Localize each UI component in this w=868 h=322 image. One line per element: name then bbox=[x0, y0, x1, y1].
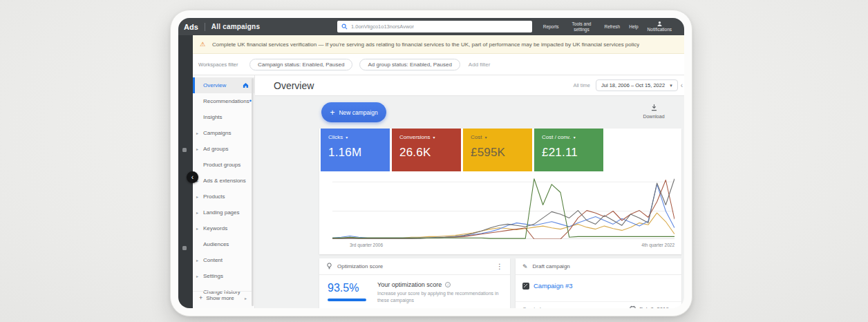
metric-label: Cost / conv. bbox=[542, 134, 603, 140]
performance-chart-card: Clicks1.16MConversions26.6KCost£595KCost… bbox=[319, 129, 681, 254]
sidebar-item-recommendations[interactable]: Recommendations bbox=[193, 93, 254, 109]
optimization-header-label: Optimization score bbox=[337, 263, 383, 269]
topbar-menu: ReportsTools and settingsRefreshHelpNoti… bbox=[543, 18, 672, 35]
expand-arrow-icon bbox=[196, 274, 198, 278]
sidebar-item-campaigns[interactable]: Campaigns bbox=[193, 125, 254, 141]
page-title: Overview bbox=[274, 80, 314, 91]
sidebar-item-landing-pages[interactable]: Landing pages bbox=[193, 205, 254, 220]
topbar-divider bbox=[205, 23, 205, 31]
sidebar-item-ads-extensions[interactable]: Ads & extensions bbox=[193, 173, 254, 189]
topbar-item-notifications[interactable]: Notifications bbox=[648, 21, 672, 32]
created-date: Feb 8, 2019 bbox=[630, 305, 669, 308]
expand-arrow-icon bbox=[196, 210, 198, 215]
sidebar-item-label: Keywords bbox=[203, 225, 227, 231]
date-range-selector[interactable]: Jul 18, 2006 – Oct 15, 2022 bbox=[596, 79, 678, 91]
calendar-icon bbox=[630, 305, 636, 308]
caret-down-icon bbox=[574, 135, 576, 140]
overview-content: New campaign Download Clicks1.16MConvers… bbox=[255, 96, 684, 308]
optimization-title-text: Your optimization score bbox=[377, 281, 442, 288]
optimization-score-value: 93.5% bbox=[328, 282, 359, 294]
filter-bar: Workspaces filter Campaign status: Enabl… bbox=[193, 54, 684, 75]
x-axis-end-label: 4th quarter 2022 bbox=[641, 243, 674, 247]
home-icon bbox=[243, 82, 249, 88]
topbar-item-tools-and-settings[interactable]: Tools and settings bbox=[567, 21, 595, 32]
ads-logo[interactable]: Ads bbox=[184, 23, 198, 31]
filter-pill-1[interactable]: Ad group status: Enabled, Paused bbox=[359, 59, 460, 70]
metric-card-clicks[interactable]: Clicks1.16M bbox=[321, 129, 390, 171]
metric-card-cost[interactable]: Cost£595K bbox=[463, 129, 532, 171]
add-filter-button[interactable]: Add filter bbox=[469, 61, 491, 68]
metric-label-text: Cost / conv. bbox=[542, 134, 571, 140]
sidebar-list: OverviewRecommendationsInsightsCampaigns… bbox=[193, 75, 254, 300]
download-label: Download bbox=[643, 114, 664, 119]
sidebar-item-audiences[interactable]: Audiences bbox=[193, 236, 254, 252]
expand-arrow-icon bbox=[196, 146, 198, 151]
sidebar-item-label: Content bbox=[203, 257, 223, 263]
person-icon bbox=[657, 21, 663, 27]
metric-card-conversions[interactable]: Conversions26.6K bbox=[392, 129, 461, 171]
optimization-subtext: Increase your score by applying the reco… bbox=[377, 290, 499, 304]
page-background: Ads All campaigns 1.0onViigco1o13norsAvw… bbox=[0, 0, 868, 322]
date-range-preset: All time bbox=[573, 82, 590, 88]
sidebar-item-overview[interactable]: Overview bbox=[193, 77, 254, 93]
draft-card-footer: Created on Feb 8, 2019 bbox=[516, 301, 681, 308]
top-app-bar: Ads All campaigns 1.0onViigco1o13norsAvw… bbox=[178, 18, 684, 35]
topbar-item-refresh[interactable]: Refresh bbox=[604, 24, 620, 30]
search-input[interactable]: 1.0onViigco1o13norsAvwor bbox=[337, 21, 532, 32]
filter-pill-0[interactable]: Campaign status: Enabled, Paused bbox=[249, 59, 352, 70]
metric-label: Conversions bbox=[399, 134, 461, 140]
draft-header-label: Draft campaign bbox=[533, 263, 570, 269]
metric-label-text: Cost bbox=[471, 134, 482, 140]
rail-app-icon bbox=[182, 148, 187, 152]
topbar-item-help[interactable]: Help bbox=[629, 24, 638, 30]
sidebar-item-label: Settings bbox=[203, 273, 223, 279]
created-date-text: Feb 8, 2019 bbox=[639, 306, 669, 308]
sidebar-item-keywords[interactable]: Keywords bbox=[193, 220, 254, 236]
optimization-score-card: Optimization score 93.5% Your optimizati… bbox=[319, 258, 510, 308]
metric-card-cost-conv[interactable]: Cost / conv.£21.11 bbox=[534, 129, 603, 171]
sidebar-item-settings[interactable]: Settings bbox=[193, 268, 254, 284]
campaign-link[interactable]: Campaign #3 bbox=[534, 282, 573, 290]
download-button[interactable]: Download bbox=[636, 104, 671, 119]
search-icon bbox=[341, 23, 348, 30]
rail-app-icon bbox=[182, 246, 187, 250]
info-icon[interactable]: i bbox=[445, 282, 451, 287]
show-more-label: Show more bbox=[206, 295, 234, 301]
search-value: 1.0onViigco1o13norsAvwor bbox=[351, 23, 414, 30]
kebab-menu-icon[interactable] bbox=[496, 263, 503, 270]
metric-value: £21.11 bbox=[542, 146, 603, 160]
new-campaign-button[interactable]: New campaign bbox=[321, 102, 386, 122]
collapse-nav-button[interactable] bbox=[187, 171, 198, 183]
device-frame: Ads All campaigns 1.0onViigco1o13norsAvw… bbox=[170, 10, 692, 316]
sidebar-item-product-groups[interactable]: Product groups bbox=[193, 157, 254, 173]
sidebar-show-more[interactable]: Show more bbox=[193, 291, 252, 304]
draft-campaign-link-row[interactable]: Campaign #3 bbox=[522, 282, 573, 290]
banner-text: Complete UK financial services verificat… bbox=[212, 41, 639, 48]
topbar-item-reports[interactable]: Reports bbox=[543, 24, 559, 30]
header-collapse-icon[interactable] bbox=[681, 82, 683, 89]
sidebar-item-products[interactable]: Products bbox=[193, 189, 254, 205]
sidebar-scrollbar[interactable] bbox=[252, 78, 254, 306]
account-scope-label[interactable]: All campaigns bbox=[211, 23, 260, 30]
series-line-unlabeled-gray bbox=[332, 179, 674, 238]
sidebar-item-label: Landing pages bbox=[203, 209, 240, 216]
score-progress-bar bbox=[328, 299, 366, 301]
date-range-value: Jul 18, 2006 – Oct 15, 2022 bbox=[601, 82, 665, 88]
metric-value: £595K bbox=[471, 146, 532, 160]
sidebar-item-ad-groups[interactable]: Ad groups bbox=[193, 141, 254, 157]
lightbulb-icon bbox=[326, 263, 332, 271]
sidebar-item-label: Campaigns bbox=[203, 130, 231, 136]
filter-pills: Campaign status: Enabled, PausedAd group… bbox=[249, 59, 460, 70]
sidebar-item-label: Products bbox=[203, 193, 225, 200]
series-line-cost-conv bbox=[332, 179, 674, 238]
policy-warning-banner: Complete UK financial services verificat… bbox=[193, 35, 684, 54]
x-axis-start-label: 3rd quarter 2006 bbox=[350, 243, 383, 247]
sidebar-item-content[interactable]: Content bbox=[193, 252, 254, 268]
metric-label: Cost bbox=[471, 134, 532, 140]
google-ads-window: Ads All campaigns 1.0onViigco1o13norsAvw… bbox=[178, 18, 684, 308]
new-campaign-label: New campaign bbox=[339, 109, 377, 116]
sidebar-item-insights[interactable]: Insights bbox=[193, 109, 254, 125]
caret-down-icon bbox=[670, 83, 672, 88]
caret-down-icon bbox=[433, 135, 435, 140]
plus-icon bbox=[330, 108, 334, 117]
